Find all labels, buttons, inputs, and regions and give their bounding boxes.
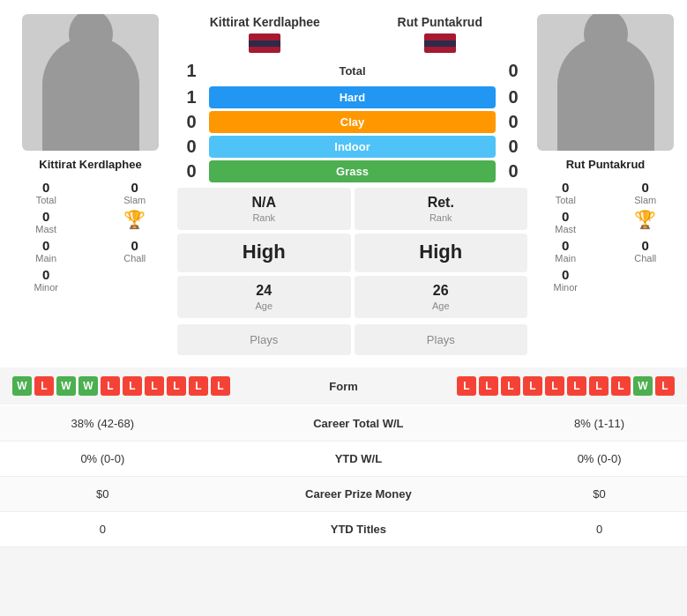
form-badge-l: L [523,376,542,396]
left-total-stat: 0 Total [9,180,84,205]
left-rank-value: N/A [186,195,342,211]
grass-row: 0 Grass 0 [177,160,527,182]
left-minor-stat: 0 Minor [9,267,84,293]
right-high-box: High [355,234,528,272]
left-slam-label: Slam [123,195,146,205]
right-grass-score: 0 [499,161,527,182]
stats-row-0: 38% (42-68) Career Total W/L 8% (1-11) [0,406,687,442]
right-minor-label: Minor [553,282,578,293]
right-rank-label: Rank [363,212,519,223]
form-badge-l: L [101,376,120,396]
stats-left-3: 0 [0,512,205,547]
form-badge-l: L [145,376,164,396]
form-badge-l: L [655,376,675,396]
right-player-name-header: Rut Puntakrud [353,14,528,30]
right-main-stat: 0 Main [533,238,599,263]
right-rank-value: Ret. [363,195,519,211]
right-hard-score: 0 [499,87,527,108]
stats-center-2: Career Prize Money [205,477,512,512]
right-rank-box: Ret. Rank [355,188,528,230]
left-indoor-score: 0 [177,137,205,157]
left-slam-value: 0 [131,180,138,195]
right-slam-label: Slam [634,195,656,205]
right-flag [353,33,528,56]
left-mast-value: 0 [42,209,49,224]
middle-col: Kittirat Kerdlaphee Rut Puntakrud [177,14,527,355]
right-slam-stat: 0 Slam [613,180,679,205]
left-total-label: Total [36,195,56,205]
right-mast-value: 0 [562,209,569,224]
form-badge-l: L [123,376,142,396]
stats-right-0: 8% (1-11) [512,406,687,442]
form-badge-l: L [501,376,520,396]
left-player-name: Kittirat Kerdlaphee [39,158,141,171]
left-clay-score: 0 [177,112,205,132]
right-form-badges: LLLLLLLLWL [457,376,675,396]
left-minor-value: 0 [42,267,49,282]
stats-left-0: 38% (42-68) [0,406,205,442]
form-badge-l: L [34,376,54,396]
plays-row: Plays Plays [177,322,527,355]
stats-row-3: 0 YTD Titles 0 [0,512,687,547]
form-badge-l: L [479,376,498,396]
grass-badge: Grass [209,160,496,182]
right-trophy-icon: 🏆 [613,209,679,234]
left-mast-label: Mast [35,224,56,234]
left-grass-score: 0 [177,161,205,182]
left-main-stat: 0 Main [9,238,84,263]
high-row: High High [177,234,527,272]
right-mast-stat: 0 Mast [533,209,599,234]
form-badge-l: L [545,376,564,396]
indoor-badge: Indoor [209,136,496,158]
stats-section: 38% (42-68) Career Total W/L 8% (1-11) 0… [0,406,687,547]
left-player-stats: 0 Total 0 Slam 0 Mast 🏆 0 Main [9,180,172,293]
form-badge-l: L [567,376,586,396]
left-minor-label: Minor [34,282,58,293]
surfaces-grid: 1 Hard 0 0 Clay 0 0 Indoor 0 [177,86,527,182]
left-age-value: 24 [186,283,342,299]
right-player-name: Rut Puntakrud [566,158,646,171]
right-chall-stat: 0 Chall [613,238,679,263]
total-label: Total [205,64,499,78]
left-name-top: Kittirat Kerdlaphee [177,14,353,56]
rank-row: N/A Rank Ret. Rank [177,188,527,230]
right-total-value: 0 [562,180,569,195]
right-player-card: Rut Puntakrud 0 Total 0 Slam 0 Mast 🏆 [533,14,678,355]
stats-center-0: Career Total W/L [205,406,512,442]
left-age-label: Age [186,301,342,311]
left-plays-label: Plays [186,333,342,346]
age-row: 24 Age 26 Age [177,276,527,318]
left-high-value: High [186,241,342,263]
stats-center-1: YTD W/L [205,442,512,477]
right-main-label: Main [555,253,576,263]
main-container: Kittirat Kerdlaphee 0 Total 0 Slam 0 Mas… [0,0,687,547]
form-badge-l: L [611,376,631,396]
form-badge-l: L [211,376,230,396]
left-player-name-header: Kittirat Kerdlaphee [177,14,353,30]
right-clay-score: 0 [499,112,527,132]
right-age-box: 26 Age [355,276,528,318]
left-chall-label: Chall [123,253,146,263]
right-player-avatar [537,14,674,151]
form-label: Form [317,380,370,393]
stats-center-3: YTD Titles [205,512,512,547]
left-rank-label: Rank [186,212,342,223]
right-flag-thailand [424,33,456,53]
right-chall-label: Chall [634,253,656,263]
right-age-value: 26 [363,283,519,299]
right-chall-value: 0 [642,238,649,253]
left-total-value: 0 [42,180,49,195]
right-player-stats: 0 Total 0 Slam 0 Mast 🏆 0 Main [533,180,678,293]
left-main-label: Main [35,253,56,263]
left-player-card: Kittirat Kerdlaphee 0 Total 0 Slam 0 Mas… [9,14,172,355]
left-chall-value: 0 [131,238,138,253]
left-mast-stat: 0 Mast [9,209,84,234]
right-plays-label: Plays [363,333,519,346]
form-badge-w: W [633,376,653,396]
players-section: Kittirat Kerdlaphee 0 Total 0 Slam 0 Mas… [0,0,687,364]
left-flag-thailand [249,33,280,53]
left-hard-score: 1 [177,87,205,108]
right-mast-label: Mast [555,224,576,234]
right-total-stat: 0 Total [533,180,599,205]
left-plays-box: Plays [177,324,351,355]
